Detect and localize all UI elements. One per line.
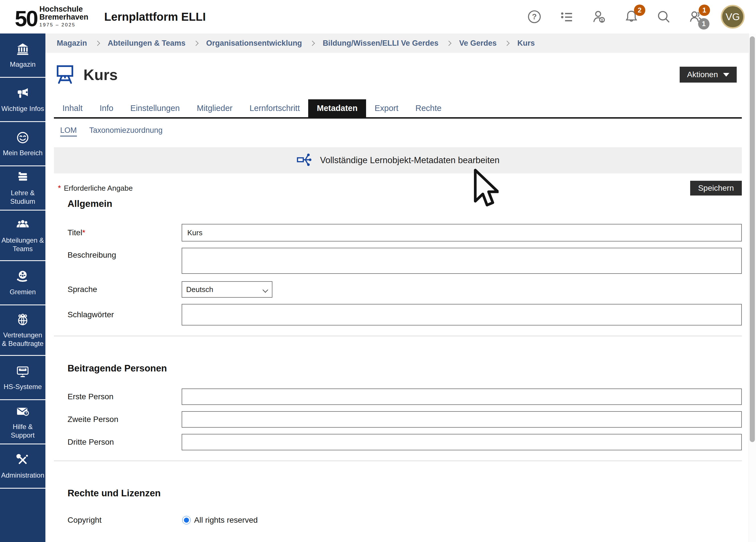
edit-full-metadata-banner[interactable]: Vollständige Lernobjekt-Metadaten bearbe… (54, 147, 742, 173)
breadcrumb-item[interactable]: Abteilungen & Teams (108, 39, 186, 48)
chevron-right-icon (95, 41, 100, 46)
chevron-right-icon (504, 41, 509, 46)
sidebar-item-label: Abteilungen & Teams (1, 236, 44, 253)
field-label-beschreibung: Beschreibung (68, 248, 182, 260)
course-easel-icon (54, 63, 76, 87)
tools-icon (16, 453, 30, 471)
subtab-taxonomiezuordnung[interactable]: Taxonomiezuordnung (89, 126, 163, 136)
breadcrumb-item[interactable]: Bildung/Wissen/ELLI Ve Gerdes (323, 39, 438, 48)
sidebar-item-magazin[interactable]: Magazin (0, 33, 45, 78)
required-note: Erforderliche Angabe (64, 184, 133, 193)
chevron-right-icon (310, 41, 315, 46)
main-sidebar: Magazin Wichtige Infos Mein Bereich Lehr… (0, 33, 45, 542)
user-availability-icon[interactable] (591, 9, 607, 24)
sidebar-item-hilfe-support[interactable]: ? Hilfe & Support (0, 400, 45, 444)
sidebar-item-lehre-studium[interactable]: Lehre & Studium (0, 166, 45, 211)
books-icon (16, 171, 30, 189)
sidebar-item-label: Lehre & Studium (1, 189, 44, 206)
svg-text:***: *** (20, 367, 25, 372)
user-avatar[interactable]: VG (721, 5, 745, 29)
chevron-down-icon (723, 73, 729, 77)
help-icon[interactable]: ? (527, 9, 542, 24)
schlagwoerter-input[interactable] (182, 304, 742, 325)
sidebar-item-gremien[interactable]: Gremien (0, 261, 45, 305)
chevron-right-icon (446, 41, 451, 46)
contacts-icon[interactable]: 1 1 (688, 9, 704, 24)
field-label-copyright: Copyright (68, 516, 182, 525)
actions-button[interactable]: Aktionen (680, 67, 737, 83)
smiley-icon (16, 131, 30, 149)
field-label-titel: Titel* (68, 228, 182, 237)
banner-label: Vollständige Lernobjekt-Metadaten bearbe… (320, 155, 500, 165)
section-heading-beitragende: Beitragende Personen (68, 363, 742, 374)
tab-export[interactable]: Export (366, 99, 407, 117)
tab-info[interactable]: Info (91, 99, 122, 117)
logo-line1: Hochschule (39, 5, 89, 13)
top-header: 50 Hochschule Bremerhaven 1975 – 2025 Le… (0, 0, 756, 33)
chevron-right-icon (193, 41, 198, 46)
monitor-icon: *** (16, 364, 30, 383)
subtab-bar: LOM Taxonomiezuordnung (60, 126, 742, 136)
app-title: Lernplattform ELLI (104, 10, 206, 23)
titel-input[interactable] (182, 224, 742, 241)
required-asterisk: * (58, 184, 61, 193)
sprache-select-wrap: Deutsch (182, 288, 272, 293)
erste-person-input[interactable] (182, 388, 742, 405)
tab-lernfortschritt[interactable]: Lernfortschritt (241, 99, 308, 117)
section-heading-allgemein: Allgemein (68, 198, 742, 209)
scrollbar-thumb[interactable] (750, 36, 755, 442)
page-scrollbar (749, 33, 756, 542)
notification-bell-icon[interactable]: 2 (624, 9, 639, 24)
field-label-schlagwoerter: Schlagwörter (68, 310, 182, 319)
sprache-select[interactable]: Deutsch (182, 281, 272, 298)
sidebar-item-administration[interactable]: Administration (0, 444, 45, 489)
beschreibung-textarea[interactable] (182, 248, 742, 274)
field-label-zweite-person: Zweite Person (68, 415, 182, 424)
sidebar-item-label: Administration (1, 471, 44, 480)
field-label-sprache: Sprache (68, 285, 182, 294)
university-logo: 50 Hochschule Bremerhaven 1975 – 2025 (15, 5, 88, 28)
breadcrumb-item[interactable]: Kurs (517, 39, 535, 48)
logo-years: 1975 – 2025 (39, 22, 89, 27)
mail-question-icon: ? (16, 404, 30, 423)
tab-einstellungen[interactable]: Einstellungen (122, 99, 188, 117)
contacts-badge-count: 1 (698, 18, 709, 30)
breadcrumb-item[interactable]: Organisationsentwicklung (206, 39, 302, 48)
tab-rechte[interactable]: Rechte (407, 99, 450, 117)
svg-text:?: ? (25, 411, 27, 415)
sidebar-item-label: Hilfe & Support (1, 423, 44, 440)
tab-metadaten[interactable]: Metadaten (308, 99, 366, 117)
people-group-icon (16, 218, 30, 236)
section-divider (54, 461, 742, 461)
globe-people-icon (16, 313, 30, 331)
svg-text:?: ? (532, 12, 537, 21)
page-title: Kurs (83, 66, 118, 83)
sidebar-item-label: Vertretungen & Beauftragte (1, 331, 44, 348)
save-button[interactable]: Speichern (690, 181, 742, 196)
sidebar-item-hs-systeme[interactable]: *** HS-Systeme (0, 356, 45, 400)
field-label-dritte-person: Dritte Person (68, 438, 182, 447)
search-icon[interactable] (656, 9, 671, 24)
breadcrumb-item[interactable]: Magazin (57, 39, 87, 48)
field-label-erste-person: Erste Person (68, 392, 182, 401)
dritte-person-input[interactable] (182, 434, 742, 450)
subtab-lom[interactable]: LOM (60, 126, 77, 136)
sidebar-item-wichtige-infos[interactable]: Wichtige Infos (0, 78, 45, 122)
copyright-radio[interactable] (182, 516, 191, 524)
breadcrumb-item[interactable]: Ve Gerdes (459, 39, 497, 48)
breadcrumb: Magazin Abteilungen & Teams Organisation… (45, 33, 756, 53)
tab-mitglieder[interactable]: Mitglieder (188, 99, 241, 117)
sidebar-item-label: Mein Bereich (3, 149, 43, 157)
megaphone-icon (16, 86, 30, 104)
sidebar-item-vertretungen-beauftragte[interactable]: Vertretungen & Beauftragte (0, 305, 45, 356)
tab-inhalt[interactable]: Inhalt (54, 99, 91, 117)
sidebar-item-label: Wichtige Infos (1, 104, 44, 113)
sidebar-item-mein-bereich[interactable]: Mein Bereich (0, 122, 45, 166)
sidebar-item-label: Magazin (10, 60, 36, 69)
zweite-person-input[interactable] (182, 411, 742, 428)
logo-50-glyph: 50 (15, 9, 37, 28)
logo-line2: Bremerhaven (39, 13, 89, 21)
sidebar-item-abteilungen-teams[interactable]: Abteilungen & Teams (0, 211, 45, 261)
section-divider (54, 336, 742, 336)
todo-list-icon[interactable] (559, 9, 574, 24)
